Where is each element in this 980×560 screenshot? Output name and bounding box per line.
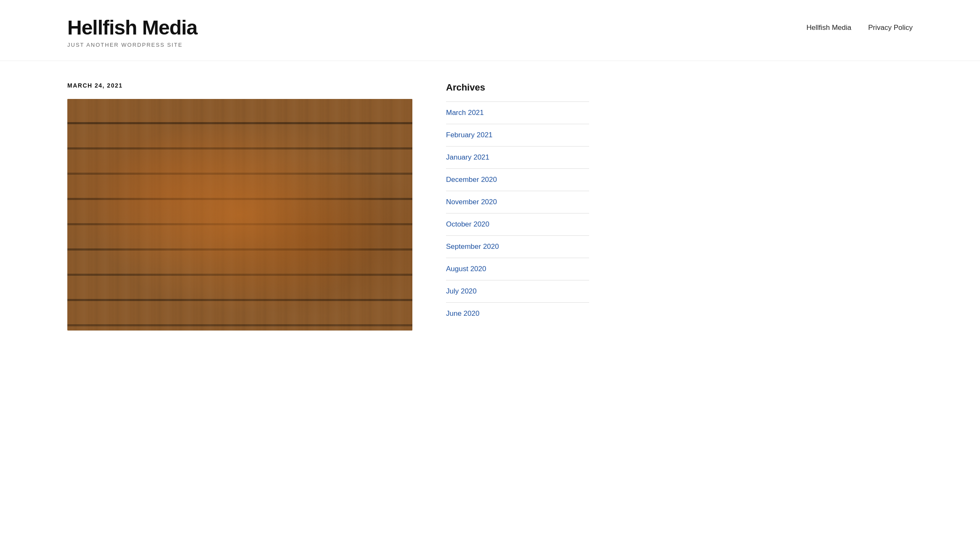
wood-grain-overlay	[67, 99, 412, 331]
archive-list-item: October 2020	[446, 213, 589, 235]
archive-link[interactable]: January 2021	[446, 153, 489, 161]
archive-list-item: July 2020	[446, 280, 589, 302]
archive-link[interactable]: August 2020	[446, 265, 486, 273]
archive-link[interactable]: October 2020	[446, 220, 489, 228]
archive-link[interactable]: November 2020	[446, 198, 497, 206]
main-layout: MARCH 24, 2021 Archives March 2021Februa…	[0, 61, 980, 352]
archive-link[interactable]: June 2020	[446, 309, 479, 317]
main-nav: Hellfish MediaPrivacy Policy	[806, 24, 913, 32]
archive-link[interactable]: December 2020	[446, 176, 497, 184]
site-title[interactable]: Hellfish Media	[67, 17, 197, 39]
archive-link[interactable]: September 2020	[446, 243, 499, 251]
archive-list-item: February 2021	[446, 124, 589, 146]
archive-link[interactable]: March 2021	[446, 109, 484, 117]
main-content: MARCH 24, 2021	[67, 82, 412, 331]
archive-list-item: August 2020	[446, 258, 589, 280]
archive-list: March 2021February 2021January 2021Decem…	[446, 101, 589, 325]
sidebar: Archives March 2021February 2021January …	[446, 82, 589, 331]
archive-link[interactable]: February 2021	[446, 131, 493, 139]
nav-link[interactable]: Hellfish Media	[806, 24, 851, 32]
archives-title: Archives	[446, 82, 589, 93]
site-branding: Hellfish Media JUST ANOTHER WORDPRESS SI…	[67, 17, 197, 48]
post-image	[67, 99, 412, 331]
archive-list-item: November 2020	[446, 191, 589, 213]
archive-list-item: June 2020	[446, 302, 589, 325]
post-date: MARCH 24, 2021	[67, 82, 412, 89]
archive-list-item: December 2020	[446, 168, 589, 191]
site-header: Hellfish Media JUST ANOTHER WORDPRESS SI…	[0, 0, 980, 61]
site-tagline: JUST ANOTHER WORDPRESS SITE	[67, 42, 197, 48]
archive-link[interactable]: July 2020	[446, 287, 477, 295]
archive-list-item: January 2021	[446, 146, 589, 168]
archive-list-item: September 2020	[446, 235, 589, 258]
nav-link[interactable]: Privacy Policy	[868, 24, 913, 32]
archive-list-item: March 2021	[446, 101, 589, 124]
wood-texture-bg	[67, 99, 412, 331]
